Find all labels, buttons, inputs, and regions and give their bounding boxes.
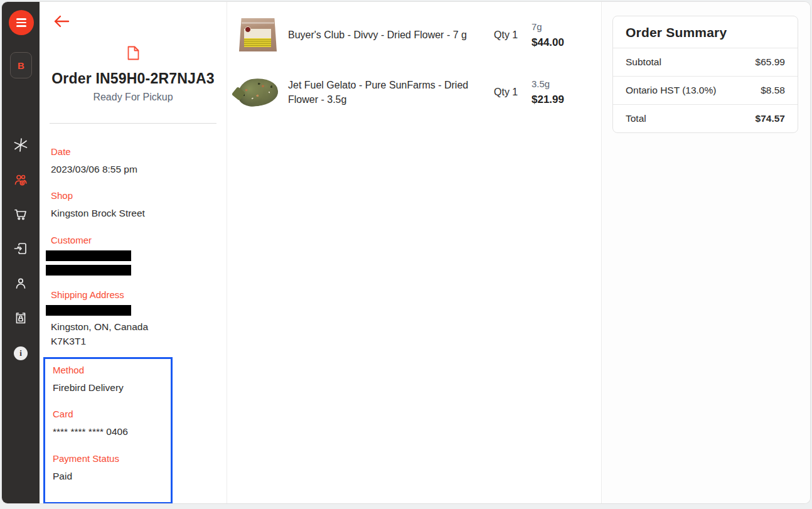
payment-status-label: Payment Status	[53, 453, 171, 464]
bud-thumbnail	[237, 77, 279, 108]
product-price: $21.99	[532, 94, 564, 106]
sidebar-item-info[interactable]: i	[13, 346, 28, 361]
customers-group-icon	[13, 172, 28, 190]
order-payment-status-group: Payment Status Paid	[53, 453, 171, 483]
summary-row-tax: Ontario HST (13.0%) $8.58	[613, 76, 798, 104]
order-items-panel: Buyer's Club - Divvy - Dried Flower - 7 …	[228, 2, 602, 503]
order-shop-group: Shop Kingston Brock Street	[51, 190, 215, 220]
product-image-flower	[238, 78, 278, 106]
document-icon	[127, 51, 139, 62]
app-window: B	[1, 1, 811, 504]
subtotal-value: $65.99	[756, 56, 785, 68]
redaction-bar	[46, 305, 131, 316]
product-weight: 3.5g	[532, 78, 564, 89]
bag-label-art	[244, 29, 271, 47]
order-method-group: Method Firebird Delivery	[53, 365, 171, 395]
sidebar-item-brand[interactable]	[13, 139, 28, 154]
product-weight: 7g	[532, 21, 564, 32]
product-name: Buyer's Club - Divvy - Dried Flower - 7 …	[288, 28, 494, 42]
asterisk-brand-icon	[13, 137, 28, 155]
order-customer-group: Customer	[51, 235, 215, 276]
product-price-column: 3.5g $21.99	[532, 78, 564, 106]
customer-label: Customer	[51, 235, 215, 245]
summary-panel: Order Summary Subtotal $65.99 Ontario HS…	[602, 2, 810, 503]
page-title: Order IN59H0-2R7NJA3	[48, 70, 218, 87]
card-value: **** **** **** 0406	[53, 424, 171, 439]
hamburger-menu-icon	[16, 25, 26, 27]
sidebar-item-checkin[interactable]	[13, 242, 28, 257]
tax-label: Ontario HST (13.0%)	[626, 85, 716, 96]
product-qty: Qty 1	[494, 87, 530, 98]
checkin-page-arrow-icon	[13, 241, 28, 259]
hamburger-menu-button[interactable]	[9, 10, 34, 35]
order-shipping-group: Shipping Address Kingston, ON, Canada K7…	[51, 289, 215, 349]
date-value: 2023/03/06 8:55 pm	[51, 162, 215, 176]
bag-logo-dot	[245, 26, 251, 33]
bag-thumbnail	[239, 18, 277, 51]
subtotal-label: Subtotal	[626, 56, 661, 68]
total-label: Total	[626, 113, 646, 124]
back-arrow-icon	[53, 21, 70, 30]
method-value: Firebird Delivery	[53, 380, 171, 395]
date-label: Date	[51, 146, 215, 157]
payment-status-value: Paid	[53, 469, 171, 483]
order-date-group: Date 2023/03/06 8:55 pm	[51, 146, 215, 176]
annotation-highlight-box: Method Firebird Delivery Card **** **** …	[43, 357, 173, 504]
shipping-address-label: Shipping Address	[51, 289, 215, 300]
shipping-postal-line: K7K3T1	[51, 334, 215, 348]
person-icon	[13, 276, 28, 293]
hamburger-menu-icon	[16, 22, 26, 24]
sidebar-item-orders[interactable]	[13, 311, 28, 326]
product-price-column: 7g $44.00	[532, 21, 564, 49]
product-image-bag	[238, 18, 278, 51]
sidebar-nav: i	[2, 139, 40, 361]
order-card-group: Card **** **** **** 0406	[53, 409, 171, 439]
order-details: Date 2023/03/06 8:55 pm Shop Kingston Br…	[40, 124, 227, 504]
summary-row-subtotal: Subtotal $65.99	[613, 48, 798, 76]
product-qty: Qty 1	[494, 29, 530, 41]
cart-icon	[13, 206, 28, 224]
shipping-city-line: Kingston, ON, Canada	[51, 319, 215, 334]
redaction-bar	[46, 250, 131, 261]
tax-value: $8.58	[761, 85, 785, 96]
summary-row-total: Total $74.57	[613, 104, 798, 132]
order-summary-title: Order Summary	[613, 16, 798, 48]
product-name: Jet Fuel Gelato - Pure SunFarms - Dried …	[288, 78, 494, 107]
back-button[interactable]	[52, 13, 71, 31]
sidebar: B	[2, 2, 40, 503]
sidebar-item-cart[interactable]	[13, 208, 28, 223]
order-status: Ready For Pickup	[40, 92, 227, 103]
card-label: Card	[53, 409, 171, 419]
shop-label: Shop	[51, 190, 215, 201]
line-item: Buyer's Club - Divvy - Dried Flower - 7 …	[238, 18, 591, 51]
order-summary-card: Order Summary Subtotal $65.99 Ontario HS…	[612, 16, 798, 133]
shop-value: Kingston Brock Street	[51, 206, 215, 220]
hamburger-menu-icon	[16, 18, 26, 20]
sidebar-item-customers[interactable]	[13, 173, 28, 188]
workspace-badge[interactable]: B	[10, 52, 32, 78]
total-value: $74.57	[756, 113, 785, 124]
method-label: Method	[53, 365, 171, 375]
sidebar-item-account[interactable]	[13, 277, 28, 292]
line-item: Jet Fuel Gelato - Pure SunFarms - Dried …	[238, 78, 591, 107]
info-icon: i	[14, 346, 28, 360]
redaction-bar	[46, 265, 131, 276]
product-price: $44.00	[532, 36, 564, 49]
order-detail-panel: Order IN59H0-2R7NJA3 Ready For Pickup Da…	[40, 2, 227, 503]
bag-lock-icon	[13, 310, 28, 328]
